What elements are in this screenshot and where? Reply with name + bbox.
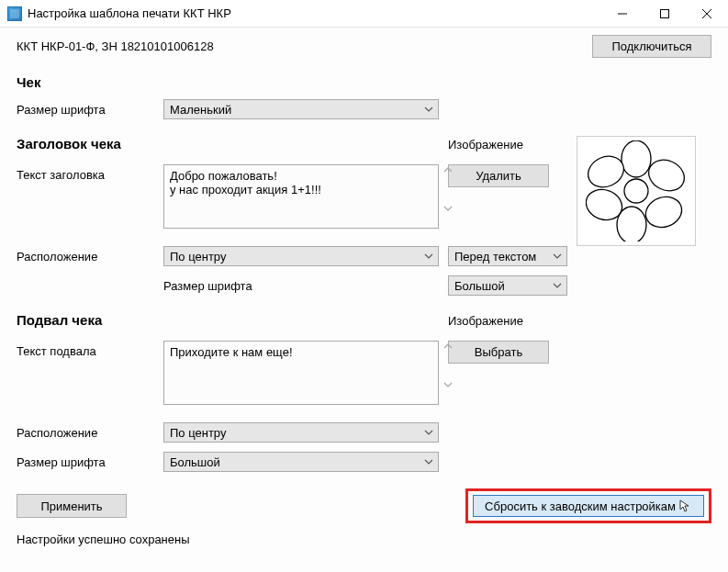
maximize-button[interactable] <box>644 0 686 28</box>
footer-image-label: Изображение <box>448 312 567 328</box>
svg-rect-0 <box>661 9 669 17</box>
footer-font-value: Большой <box>170 455 220 469</box>
footer-position-select[interactable]: По центру <box>163 422 439 443</box>
section-header: Заголовок чека <box>17 136 439 151</box>
window-titlebar: Настройка шаблона печати ККТ НКР <box>0 0 728 28</box>
header-font-label: Размер шрифта <box>163 275 439 293</box>
chevron-down-icon <box>423 104 434 115</box>
chevron-down-icon <box>552 280 563 291</box>
header-text-label: Текст заголовка <box>17 164 154 182</box>
footer-text-label: Текст подвала <box>17 341 154 358</box>
svg-point-7 <box>624 179 648 203</box>
minimize-button[interactable] <box>601 0 644 28</box>
footer-text-input[interactable] <box>163 341 439 405</box>
header-image-position-value: Перед текстом <box>454 250 536 264</box>
chevron-up-icon <box>442 341 454 352</box>
section-footer: Подвал чека <box>17 312 439 328</box>
reset-highlight: Сбросить к заводским настройкам <box>465 488 711 523</box>
connect-button[interactable]: Подключиться <box>592 35 711 58</box>
footer-image-select-button[interactable]: Выбрать <box>448 341 549 364</box>
chevron-down-icon <box>442 203 454 214</box>
check-font-label: Размер шрифта <box>17 99 154 117</box>
status-text: Настройки успешно сохранены <box>17 533 711 546</box>
apply-button[interactable]: Применить <box>17 494 127 518</box>
header-position-value: По центру <box>170 250 226 264</box>
chevron-down-icon <box>442 379 454 390</box>
chevron-down-icon <box>552 251 563 262</box>
header-image-label: Изображение <box>448 136 567 151</box>
header-position-select[interactable]: По центру <box>163 246 439 266</box>
header-image-preview <box>577 136 696 246</box>
app-icon <box>7 6 22 21</box>
check-font-select[interactable]: Маленький <box>163 99 439 119</box>
apply-button-label: Применить <box>40 499 102 513</box>
header-image-delete-label: Удалить <box>476 169 521 183</box>
chevron-down-icon <box>423 456 434 467</box>
header-position-label: Расположение <box>17 246 154 264</box>
chevron-up-icon <box>442 164 454 175</box>
svg-point-3 <box>642 192 687 232</box>
chevron-down-icon <box>423 427 434 438</box>
header-text-input[interactable] <box>163 164 439 229</box>
footer-font-select[interactable]: Большой <box>163 452 439 472</box>
close-button[interactable] <box>686 0 728 28</box>
window-title: Настройка шаблона печати ККТ НКР <box>28 6 231 20</box>
footer-image-select-label: Выбрать <box>475 345 522 359</box>
reset-button[interactable]: Сбросить к заводским настройкам <box>473 495 704 517</box>
footer-font-label: Размер шрифта <box>17 452 154 469</box>
header-font-select[interactable]: Большой <box>448 275 567 296</box>
footer-position-label: Расположение <box>17 422 154 440</box>
section-check: Чек <box>17 74 711 90</box>
textarea-spin <box>442 341 454 390</box>
footer-position-value: По центру <box>170 426 226 440</box>
header-font-value: Большой <box>454 279 505 293</box>
cursor-icon <box>679 499 692 512</box>
connect-button-label: Подключиться <box>611 39 691 53</box>
chevron-down-icon <box>423 251 434 262</box>
device-info: ККТ НКР-01-Ф, ЗН 18210101006128 <box>17 39 592 53</box>
svg-point-1 <box>622 140 651 177</box>
reset-button-label: Сбросить к заводским настройкам <box>485 499 676 513</box>
header-image-position-select[interactable]: Перед текстом <box>448 246 567 266</box>
textarea-spin <box>442 164 454 214</box>
header-image-delete-button[interactable]: Удалить <box>448 164 549 187</box>
check-font-value: Маленький <box>170 103 231 117</box>
